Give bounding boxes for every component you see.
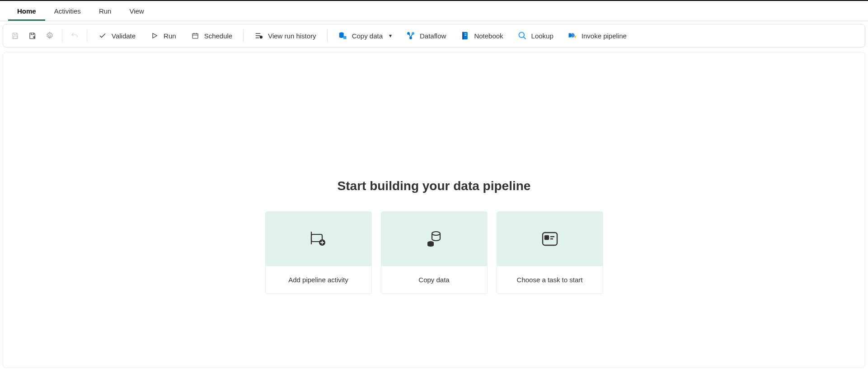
start-cards: Add pipeline activity Copy data Choose a… [265, 211, 603, 294]
card-choose-task[interactable]: Choose a task to start [497, 211, 603, 294]
notebook-icon [460, 31, 469, 40]
invoke-pipeline-icon [568, 31, 577, 40]
save-as-button[interactable] [25, 28, 40, 43]
svg-rect-30 [545, 236, 549, 239]
svg-point-1 [49, 35, 51, 37]
svg-rect-17 [463, 32, 464, 40]
separator [87, 29, 87, 42]
search-icon [518, 31, 527, 40]
dataflow-label: Dataflow [420, 32, 446, 40]
lookup-label: Lookup [531, 32, 554, 40]
calendar-icon [191, 31, 200, 40]
database-copy-icon [338, 31, 347, 40]
card-add-pipeline-activity[interactable]: Add pipeline activity [265, 211, 372, 294]
dataflow-icon [406, 31, 415, 40]
card-label: Copy data [381, 266, 487, 294]
copy-data-button[interactable]: Copy data ▾ [332, 28, 398, 43]
dataflow-button[interactable]: Dataflow [400, 28, 452, 43]
schedule-button[interactable]: Schedule [184, 28, 239, 43]
svg-point-20 [519, 33, 524, 38]
tab-bar: Home Activities Run View [0, 1, 868, 21]
svg-point-27 [432, 232, 440, 235]
run-button[interactable]: Run [144, 28, 183, 43]
svg-point-10 [260, 36, 263, 38]
copy-data-card-icon [425, 230, 443, 248]
invoke-pipeline-label: Invoke pipeline [582, 32, 627, 40]
settings-button[interactable] [42, 28, 57, 43]
play-icon [150, 31, 159, 40]
undo-button[interactable] [67, 28, 82, 43]
card-label: Choose a task to start [497, 266, 603, 294]
svg-rect-12 [343, 36, 346, 39]
tab-home[interactable]: Home [8, 5, 45, 21]
undo-icon [70, 31, 79, 40]
tab-run[interactable]: Run [90, 5, 121, 21]
card-illustration [381, 212, 487, 266]
pipeline-activity-icon [310, 231, 328, 247]
copy-data-label: Copy data [352, 32, 383, 40]
card-illustration [266, 212, 371, 266]
card-illustration [497, 212, 603, 266]
history-list-icon [254, 31, 263, 40]
validate-label: Validate [112, 32, 136, 40]
svg-marker-2 [153, 33, 157, 38]
chevron-down-icon: ▾ [389, 33, 392, 39]
svg-rect-3 [192, 33, 198, 38]
save-icon [11, 31, 20, 40]
invoke-pipeline-button[interactable]: Invoke pipeline [562, 28, 633, 43]
gear-icon [45, 31, 54, 40]
save-button[interactable] [8, 28, 23, 43]
validate-button[interactable]: Validate [92, 28, 142, 43]
svg-point-15 [409, 37, 412, 39]
page-headline: Start building your data pipeline [338, 179, 531, 193]
svg-line-21 [523, 37, 525, 39]
view-run-history-label: View run history [268, 32, 316, 40]
pipeline-canvas: Start building your data pipeline Add pi… [3, 52, 865, 368]
run-label: Run [164, 32, 176, 40]
separator [243, 29, 244, 42]
card-label: Add pipeline activity [266, 266, 371, 294]
separator [62, 29, 62, 42]
notebook-label: Notebook [474, 32, 503, 40]
svg-rect-0 [14, 36, 17, 38]
lookup-button[interactable]: Lookup [511, 28, 560, 43]
task-template-icon [541, 231, 558, 247]
notebook-button[interactable]: Notebook [454, 28, 509, 43]
ribbon-toolbar: Validate Run Schedule View run history C… [3, 24, 865, 47]
tab-activities[interactable]: Activities [45, 5, 90, 21]
view-run-history-button[interactable]: View run history [248, 28, 322, 43]
schedule-label: Schedule [204, 32, 233, 40]
check-icon [98, 31, 107, 40]
tab-view[interactable]: View [120, 5, 153, 21]
card-copy-data[interactable]: Copy data [381, 211, 488, 294]
save-as-icon [28, 31, 37, 40]
separator [327, 29, 328, 42]
